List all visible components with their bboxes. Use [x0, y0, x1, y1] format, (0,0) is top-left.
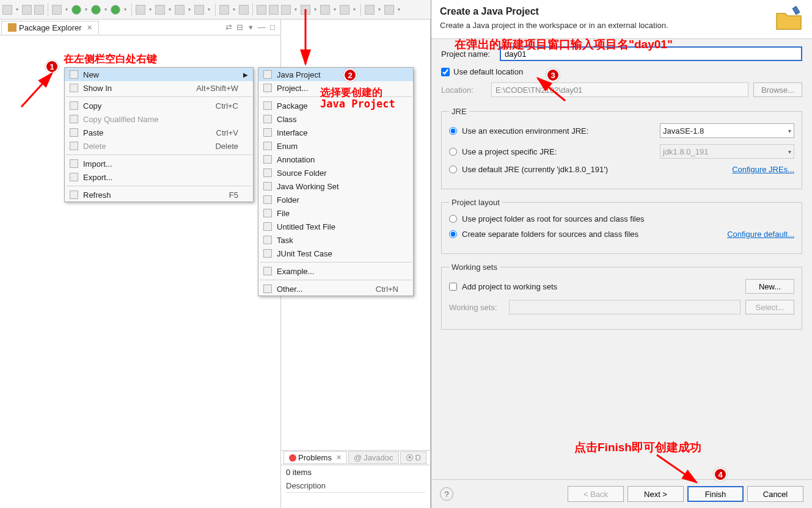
- menu-item-icon: [67, 68, 81, 81]
- cancel-button[interactable]: Cancel: [747, 486, 803, 502]
- dropdown-icon[interactable]: ▾: [123, 5, 128, 15]
- menu-item[interactable]: PasteCtrl+V: [65, 126, 253, 139]
- toolbar-icon[interactable]: [281, 5, 291, 15]
- toolbar-icon[interactable]: [22, 5, 32, 15]
- menu-item[interactable]: New▶: [65, 68, 253, 81]
- toolbar-icon[interactable]: [136, 5, 145, 15]
- next-button[interactable]: Next >: [627, 486, 684, 502]
- add-to-working-sets-checkbox[interactable]: [449, 283, 457, 291]
- layout-opt2-label: Create separate folders for sources and …: [462, 230, 722, 239]
- collapse-all-icon[interactable]: ⊟: [235, 23, 244, 32]
- dropdown-icon[interactable]: ▾: [167, 5, 172, 15]
- jre-env-select[interactable]: JavaSE-1.8▾: [660, 123, 794, 138]
- wizard-description: Create a Java project in the workspace o…: [440, 21, 803, 30]
- toolbar-icon[interactable]: [301, 5, 310, 15]
- chevron-down-icon: ▾: [788, 128, 791, 134]
- menu-item-icon: [261, 180, 274, 193]
- toolbar-icon[interactable]: [155, 5, 165, 15]
- menu-item-label: Interface: [274, 128, 398, 137]
- jre-execution-env-radio[interactable]: [449, 127, 457, 135]
- debug-icon[interactable]: [91, 5, 101, 15]
- close-icon[interactable]: ✕: [87, 24, 92, 32]
- menu-item[interactable]: Annotation: [258, 153, 413, 166]
- toolbar-icon[interactable]: [239, 5, 249, 15]
- toolbar-icon[interactable]: [257, 5, 266, 15]
- menu-item-icon: [67, 188, 81, 201]
- search-icon[interactable]: [219, 5, 229, 15]
- menu-item[interactable]: File: [258, 206, 413, 220]
- menu-item[interactable]: Task: [258, 233, 413, 247]
- dropdown-icon[interactable]: ▾: [377, 5, 382, 15]
- dropdown-icon[interactable]: ▾: [293, 5, 298, 15]
- menu-item[interactable]: Untitled Text File: [258, 220, 413, 233]
- dropdown-icon[interactable]: ▾: [313, 5, 318, 15]
- toolbar-icon[interactable]: [340, 5, 349, 15]
- dropdown-icon[interactable]: ▾: [332, 5, 337, 15]
- menu-item[interactable]: Class: [258, 112, 413, 126]
- use-default-location-checkbox[interactable]: [441, 68, 450, 76]
- menu-item[interactable]: DeleteDelete: [65, 139, 253, 153]
- view-tab-bar: Package Explorer ✕ ⇄ ⊟ ▾ — □: [0, 20, 280, 35]
- dropdown-icon[interactable]: ▾: [352, 5, 357, 15]
- menu-item[interactable]: JUnit Test Case: [258, 247, 413, 260]
- javadoc-tab[interactable]: @ Javadoc: [348, 451, 399, 464]
- finish-button[interactable]: Finish: [687, 486, 744, 502]
- declaration-tab[interactable]: ⦿ D: [400, 451, 426, 464]
- tab-label: Javadoc: [364, 453, 393, 462]
- jre-project-specific-radio[interactable]: [449, 148, 457, 156]
- menu-item[interactable]: Source Folder: [258, 166, 413, 180]
- toolbar-icon[interactable]: [52, 5, 62, 15]
- dropdown-icon[interactable]: ▾: [84, 5, 89, 15]
- configure-jres-link[interactable]: Configure JREs...: [732, 165, 794, 174]
- dropdown-icon[interactable]: ▾: [15, 5, 20, 15]
- menu-item[interactable]: Export...: [65, 170, 253, 184]
- menu-item[interactable]: Example...: [258, 264, 413, 278]
- menu-item-accel: Delete: [203, 142, 238, 151]
- maximize-icon[interactable]: □: [268, 23, 277, 32]
- link-editor-icon[interactable]: ⇄: [224, 23, 233, 32]
- menu-item-label: Show In: [81, 84, 184, 93]
- dropdown-icon[interactable]: ▾: [103, 5, 108, 15]
- menu-item[interactable]: CopyCtrl+C: [65, 99, 253, 112]
- menu-item[interactable]: RefreshF5: [65, 188, 253, 201]
- new-working-set-button[interactable]: New...: [745, 279, 794, 294]
- run-icon[interactable]: [71, 5, 81, 15]
- menu-item[interactable]: Java Working Set: [258, 180, 413, 193]
- dropdown-icon[interactable]: ▾: [207, 5, 211, 15]
- layout-root-radio[interactable]: [449, 215, 457, 223]
- minimize-icon[interactable]: —: [257, 23, 266, 32]
- dropdown-icon[interactable]: ▾: [187, 5, 192, 15]
- dropdown-icon[interactable]: ▾: [64, 5, 69, 15]
- dropdown-icon[interactable]: ▾: [232, 5, 236, 15]
- package-explorer-tab[interactable]: Package Explorer ✕: [1, 21, 99, 34]
- forward-icon[interactable]: [384, 5, 394, 15]
- menu-item[interactable]: Copy Qualified Name: [65, 112, 253, 126]
- menu-item[interactable]: Enum: [258, 139, 413, 153]
- toolbar-icon[interactable]: [320, 5, 330, 15]
- problems-icon: [289, 454, 296, 462]
- toolbar-icon[interactable]: [175, 5, 185, 15]
- menu-item[interactable]: Other...Ctrl+N: [258, 282, 413, 296]
- toolbar-icon[interactable]: [269, 5, 279, 15]
- toolbar-icon[interactable]: [194, 5, 204, 15]
- dropdown-icon[interactable]: ▾: [148, 5, 153, 15]
- configure-default-link[interactable]: Configure default...: [727, 230, 794, 239]
- menu-item-label: Enum: [274, 142, 398, 151]
- run-ext-icon[interactable]: [111, 5, 120, 15]
- jre-default-radio[interactable]: [449, 165, 457, 173]
- menu-item[interactable]: Interface: [258, 126, 413, 139]
- close-icon[interactable]: ✕: [336, 454, 342, 462]
- select-working-sets-button: Select...: [745, 300, 794, 314]
- menu-item[interactable]: Java Project: [258, 68, 413, 81]
- toolbar-icon[interactable]: [34, 5, 44, 15]
- toolbar-icon[interactable]: [2, 5, 12, 15]
- menu-item[interactable]: Folder: [258, 193, 413, 206]
- dropdown-icon[interactable]: ▾: [397, 5, 401, 15]
- menu-item[interactable]: Show InAlt+Shift+W: [65, 81, 253, 95]
- view-menu-icon[interactable]: ▾: [246, 23, 255, 32]
- problems-tab[interactable]: Problems ✕: [283, 451, 347, 464]
- help-icon[interactable]: ?: [440, 487, 453, 501]
- menu-item[interactable]: Import...: [65, 157, 253, 170]
- layout-separate-radio[interactable]: [449, 230, 457, 238]
- back-icon[interactable]: [365, 5, 375, 15]
